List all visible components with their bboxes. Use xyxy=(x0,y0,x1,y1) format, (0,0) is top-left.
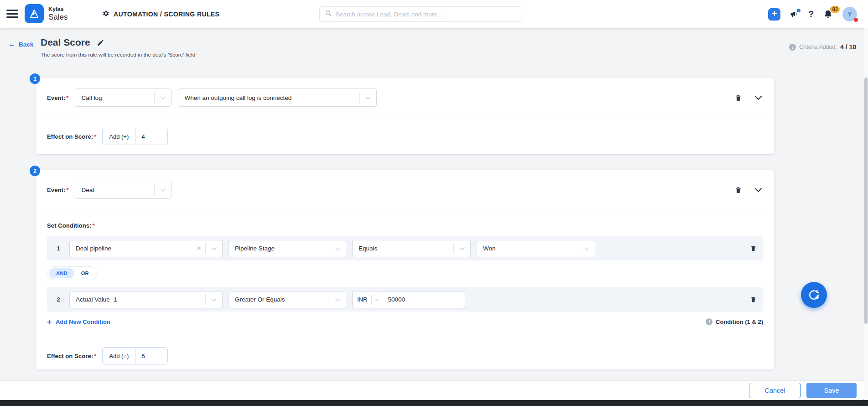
required-marker: * xyxy=(94,133,96,140)
delete-condition-button[interactable] xyxy=(750,245,757,252)
effect-on-score-label: Effect on Score:* xyxy=(47,133,96,140)
avatar[interactable]: Y xyxy=(842,7,857,21)
delete-condition-button[interactable] xyxy=(750,296,757,303)
workflow-icon xyxy=(807,288,821,302)
currency-select[interactable]: INR xyxy=(352,291,382,308)
logic-and-option[interactable]: AND xyxy=(49,268,74,278)
quick-add-button[interactable] xyxy=(768,8,780,21)
trash-icon xyxy=(750,245,757,252)
effect-on-score-label: Effect on Score:* xyxy=(47,353,96,359)
collapse-chevron-icon[interactable] xyxy=(754,186,762,194)
window-bottom-edge xyxy=(0,400,868,406)
condition-number: 2 xyxy=(53,296,63,303)
announcements-button[interactable] xyxy=(790,10,799,19)
set-conditions-label: Set Conditions:* xyxy=(47,222,763,229)
help-button[interactable]: ? xyxy=(808,9,814,19)
avatar-status-dot xyxy=(854,18,858,22)
chevron-down-icon xyxy=(360,97,376,99)
event-label: Event:* xyxy=(47,94,68,101)
breadcrumb: AUTOMATION / SCORING RULES xyxy=(102,0,219,28)
notification-badge: 83 xyxy=(830,6,840,13)
event-type-select[interactable]: Deal xyxy=(75,181,172,199)
criteria-label: Criteria Added: xyxy=(799,44,837,50)
page-title: Deal Score xyxy=(41,37,90,48)
avatar-initial: Y xyxy=(847,10,852,18)
topbar: Kylas Sales AUTOMATION / SCORING RULES xyxy=(0,0,868,28)
condition-row-2: 2 Actual Value -1 Greater Or Equals INR xyxy=(47,287,763,312)
chevron-down-icon xyxy=(329,299,346,301)
brand: Kylas Sales xyxy=(25,4,68,23)
brand-name: Kylas xyxy=(48,6,68,12)
collapse-chevron-icon[interactable] xyxy=(754,94,762,102)
menu-icon[interactable] xyxy=(6,10,18,19)
page-subtitle: The score from this rule will be recorde… xyxy=(41,52,195,58)
condition-number: 1 xyxy=(53,245,63,252)
page-header: Back Deal Score The score from this rule… xyxy=(0,28,868,64)
global-search xyxy=(319,6,522,22)
search-input[interactable] xyxy=(336,11,517,18)
gears-icon xyxy=(102,10,109,19)
logic-toggle: AND OR xyxy=(47,266,98,280)
amount-input[interactable] xyxy=(382,291,465,308)
chevron-down-icon xyxy=(372,299,382,300)
required-marker: * xyxy=(66,187,68,193)
cancel-button[interactable]: Cancel xyxy=(749,383,801,398)
condition-attribute-select[interactable]: Pipeline Stage xyxy=(229,240,346,257)
trash-icon xyxy=(734,186,742,194)
event-trigger-select[interactable]: When an outgoing call log is connected xyxy=(178,88,377,107)
back-label: Back xyxy=(19,41,33,48)
condition-operator-select[interactable]: Equals xyxy=(352,240,471,257)
automation-fab[interactable] xyxy=(801,282,827,308)
rule-number-badge: 2 xyxy=(30,166,40,176)
criteria-counter: Criteria Added: 4 / 10 xyxy=(789,43,856,51)
logic-or-option[interactable]: OR xyxy=(74,268,96,278)
score-value-input[interactable] xyxy=(135,348,167,364)
info-icon xyxy=(789,44,796,51)
card-divider xyxy=(47,210,763,210)
back-arrow-icon xyxy=(8,40,16,48)
event-label: Event:* xyxy=(47,187,68,193)
score-operator-select[interactable]: Add (+) xyxy=(103,128,135,145)
kylas-logo-icon xyxy=(25,4,44,23)
chevron-down-icon xyxy=(155,189,171,191)
rule-number-badge: 1 xyxy=(30,73,40,84)
chevron-down-icon xyxy=(155,97,171,99)
trash-icon xyxy=(734,94,742,102)
scrollbar-track xyxy=(864,28,868,400)
amount-control: INR xyxy=(352,291,465,308)
edit-pencil-button[interactable] xyxy=(97,39,104,47)
add-new-condition-link[interactable]: Add New Condition xyxy=(47,318,110,326)
condition-field-select[interactable]: Actual Value -1 xyxy=(69,291,223,308)
chevron-down-icon xyxy=(329,248,346,250)
clear-x-icon[interactable] xyxy=(193,245,205,252)
condition-field-select[interactable]: Deal pipeline xyxy=(69,240,223,257)
save-button[interactable]: Save xyxy=(806,383,857,398)
notifications-button[interactable]: 83 xyxy=(823,10,833,19)
info-icon xyxy=(706,318,712,325)
required-marker: * xyxy=(66,94,68,101)
condition-summary: Condition (1 & 2) xyxy=(706,318,763,325)
search-icon xyxy=(325,10,332,19)
chevron-down-icon xyxy=(578,248,595,250)
scrollbar-thumb[interactable] xyxy=(864,78,868,324)
score-value-input[interactable] xyxy=(135,128,167,145)
score-operator-select[interactable]: Add (+) xyxy=(103,348,135,364)
topbar-divider xyxy=(91,0,91,28)
condition-operator-select[interactable]: Greater Or Equals xyxy=(229,291,346,308)
plus-icon xyxy=(47,318,52,326)
event-type-select[interactable]: Call log xyxy=(75,88,172,107)
condition-value-select[interactable]: Won xyxy=(477,240,595,257)
required-marker: * xyxy=(92,222,94,229)
effect-on-score-control: Add (+) xyxy=(102,347,168,364)
footer-bar: Cancel Save xyxy=(0,380,868,400)
back-link[interactable]: Back xyxy=(8,40,33,48)
rule-card-2: 2 Event:* Deal Set Conditions:* 1 Deal p… xyxy=(36,170,774,370)
brand-product: Sales xyxy=(48,13,68,22)
trash-icon xyxy=(750,296,757,303)
criteria-value: 4 / 10 xyxy=(840,43,856,51)
chevron-down-icon xyxy=(206,248,222,250)
rule-card-1: 1 Event:* Call log When an outgoing call… xyxy=(36,78,774,154)
delete-rule-button[interactable] xyxy=(734,94,742,102)
effect-on-score-control: Add (+) xyxy=(102,128,168,145)
delete-rule-button[interactable] xyxy=(734,186,742,194)
